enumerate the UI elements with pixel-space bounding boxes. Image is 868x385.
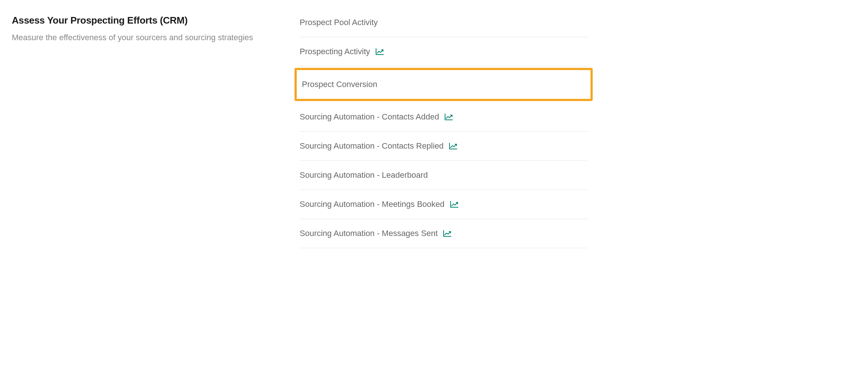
- report-item[interactable]: Sourcing Automation - Leaderboard: [300, 161, 588, 190]
- report-item[interactable]: Prospecting Activity: [300, 37, 588, 66]
- report-label: Prospecting Activity: [300, 47, 370, 56]
- chart-icon: [443, 230, 452, 237]
- chart-icon: [450, 201, 459, 208]
- report-label: Sourcing Automation - Leaderboard: [300, 170, 428, 180]
- chart-icon: [375, 48, 384, 55]
- report-label: Sourcing Automation - Contacts Replied: [300, 141, 444, 151]
- chart-icon: [449, 142, 458, 150]
- report-item[interactable]: Prospect Pool Activity: [300, 12, 588, 37]
- report-list: Prospect Pool ActivityProspecting Activi…: [300, 12, 588, 248]
- section-subtitle: Measure the effectiveness of your source…: [12, 32, 278, 44]
- chart-icon: [444, 113, 453, 121]
- section-title: Assess Your Prospecting Efforts (CRM): [12, 15, 278, 26]
- report-label: Sourcing Automation - Contacts Added: [300, 112, 439, 122]
- report-item[interactable]: Sourcing Automation - Contacts Replied: [300, 132, 588, 161]
- report-item[interactable]: Sourcing Automation - Messages Sent: [300, 219, 588, 248]
- report-label: Sourcing Automation - Messages Sent: [300, 229, 438, 238]
- report-label: Prospect Conversion: [302, 80, 377, 89]
- reports-column: Prospect Pool ActivityProspecting Activi…: [300, 12, 588, 248]
- section-header: Assess Your Prospecting Efforts (CRM) Me…: [12, 12, 278, 248]
- reports-container: Assess Your Prospecting Efforts (CRM) Me…: [12, 12, 588, 248]
- report-label: Sourcing Automation - Meetings Booked: [300, 200, 445, 209]
- report-label: Prospect Pool Activity: [300, 18, 378, 27]
- report-item[interactable]: Sourcing Automation - Meetings Booked: [300, 190, 588, 219]
- report-item[interactable]: Prospect Conversion: [294, 68, 593, 101]
- report-item[interactable]: Sourcing Automation - Contacts Added: [300, 103, 588, 132]
